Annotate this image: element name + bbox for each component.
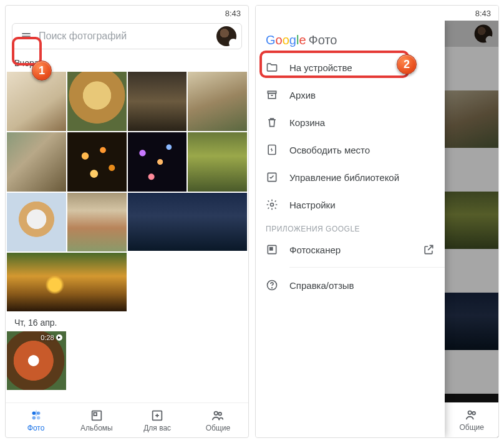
drawer-scrim[interactable]: Общие bbox=[445, 21, 498, 437]
status-time: 8:43 bbox=[225, 9, 241, 18]
menu-label: Настройки bbox=[289, 200, 336, 210]
menu-label: На устройстве bbox=[289, 62, 352, 73]
external-link-icon bbox=[422, 243, 435, 256]
nav-shared[interactable]: Общие bbox=[188, 403, 248, 437]
photo-thumb[interactable] bbox=[128, 132, 187, 192]
status-bar: 8:43 bbox=[256, 6, 498, 21]
scanner-icon bbox=[266, 243, 278, 256]
svg-point-12 bbox=[215, 411, 218, 415]
background-thumbs bbox=[445, 21, 498, 437]
nav-label: Альбомы bbox=[80, 424, 113, 432]
bg-nav-shared: Общие bbox=[445, 402, 498, 437]
photo-thumb[interactable] bbox=[188, 132, 247, 192]
archive-icon bbox=[266, 89, 278, 101]
trash-icon bbox=[266, 116, 278, 129]
nav-photos[interactable]: Фото bbox=[6, 403, 66, 437]
photo-thumb[interactable] bbox=[67, 72, 127, 131]
menu-photoscanner[interactable]: Фотосканер bbox=[256, 236, 445, 263]
menu-trash[interactable]: Корзина bbox=[256, 109, 445, 136]
drawer-overlay: GoogleФото На устройстве Архив Корзина О… bbox=[256, 21, 498, 437]
divider bbox=[289, 267, 445, 268]
nav-label: Общие bbox=[206, 424, 230, 432]
bottom-nav: Фото Альбомы Для вас Общие bbox=[6, 402, 248, 437]
photo-thumb[interactable] bbox=[128, 193, 248, 251]
svg-point-6 bbox=[37, 416, 40, 419]
nav-foryou[interactable]: Для вас bbox=[127, 403, 188, 437]
svg-point-19 bbox=[271, 203, 274, 207]
folder-icon bbox=[266, 61, 278, 74]
phone-left: 8:43 Поиск фотографий 1 Вчера Чт, 16 апр… bbox=[5, 5, 249, 438]
photo-thumb[interactable] bbox=[128, 72, 187, 131]
video-duration: 0:28 bbox=[41, 334, 62, 341]
svg-rect-8 bbox=[94, 412, 97, 416]
photo-thumb[interactable] bbox=[7, 193, 66, 252]
menu-label: Справка/отзыв bbox=[289, 280, 354, 291]
video-thumb[interactable]: 0:28 bbox=[7, 331, 66, 391]
photo-thumb[interactable] bbox=[7, 253, 127, 311]
gear-icon bbox=[266, 198, 278, 211]
free-space-icon bbox=[266, 144, 278, 156]
menu-archive[interactable]: Архив bbox=[256, 81, 445, 109]
avatar[interactable] bbox=[216, 26, 236, 46]
nav-albums[interactable]: Альбомы bbox=[66, 403, 127, 437]
svg-point-23 bbox=[272, 288, 273, 288]
svg-rect-21 bbox=[270, 248, 273, 250]
svg-point-5 bbox=[32, 416, 36, 419]
nav-label: Фото bbox=[27, 424, 45, 432]
photo-thumb[interactable] bbox=[7, 72, 66, 131]
library-icon bbox=[266, 171, 278, 183]
menu-label: Корзина bbox=[289, 117, 325, 128]
svg-point-3 bbox=[32, 411, 36, 415]
menu-label: Освободить место bbox=[289, 145, 370, 155]
svg-point-13 bbox=[219, 412, 222, 415]
menu-label: Управление библиотекой bbox=[289, 172, 399, 183]
nav-label: Для вас bbox=[143, 424, 171, 432]
photo-thumb[interactable] bbox=[67, 193, 127, 252]
nav-drawer: GoogleФото На устройстве Архив Корзина О… bbox=[256, 21, 445, 437]
photo-grid: 0:28 bbox=[6, 331, 248, 391]
menu-section-header: ПРИЛОЖЕНИЯ GOOGLE bbox=[256, 218, 445, 236]
brand-logo: GoogleФото bbox=[256, 24, 445, 54]
search-placeholder: Поиск фотографий bbox=[35, 31, 216, 42]
photo-thumb[interactable] bbox=[7, 132, 66, 192]
hamburger-icon[interactable] bbox=[17, 27, 35, 45]
menu-label: Фотосканер bbox=[289, 245, 341, 255]
photo-grid bbox=[6, 72, 248, 311]
callout-1-badge: 1 bbox=[32, 61, 52, 80]
callout-2-badge: 2 bbox=[397, 54, 417, 74]
menu-label: Архив bbox=[289, 90, 316, 100]
photo-thumb[interactable] bbox=[67, 132, 127, 192]
help-icon bbox=[266, 279, 278, 291]
menu-settings[interactable]: Настройки bbox=[256, 191, 445, 218]
menu-help[interactable]: Справка/отзыв bbox=[256, 271, 445, 299]
svg-point-25 bbox=[473, 412, 476, 415]
phone-right: 8:43 GoogleФото На устройстве Архив Корз… bbox=[255, 5, 499, 438]
menu-on-device[interactable]: На устройстве bbox=[256, 54, 445, 81]
section-label: Чт, 16 апр. bbox=[6, 311, 248, 331]
svg-point-24 bbox=[468, 411, 472, 415]
play-icon bbox=[56, 334, 62, 341]
status-time: 8:43 bbox=[475, 9, 491, 18]
svg-point-4 bbox=[37, 411, 40, 415]
photo-thumb[interactable] bbox=[188, 72, 247, 131]
menu-library[interactable]: Управление библиотекой bbox=[256, 163, 445, 191]
status-bar: 8:43 bbox=[6, 6, 248, 21]
search-bar[interactable]: Поиск фотографий bbox=[12, 23, 242, 49]
menu-free-space[interactable]: Освободить место bbox=[256, 136, 445, 163]
